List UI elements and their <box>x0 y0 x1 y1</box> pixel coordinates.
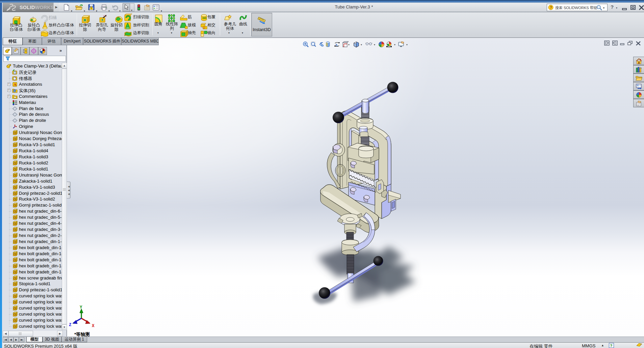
svg-text:X: X <box>92 324 95 328</box>
svg-text:A: A <box>14 82 17 86</box>
svg-text:?: ? <box>550 5 552 9</box>
svg-text:Y: Y <box>80 305 82 310</box>
svg-text:Z: Z <box>69 323 72 327</box>
svg-text:GD: GD <box>202 17 206 20</box>
svg-text:!: ! <box>91 7 92 10</box>
svg-text:?: ? <box>610 344 613 348</box>
